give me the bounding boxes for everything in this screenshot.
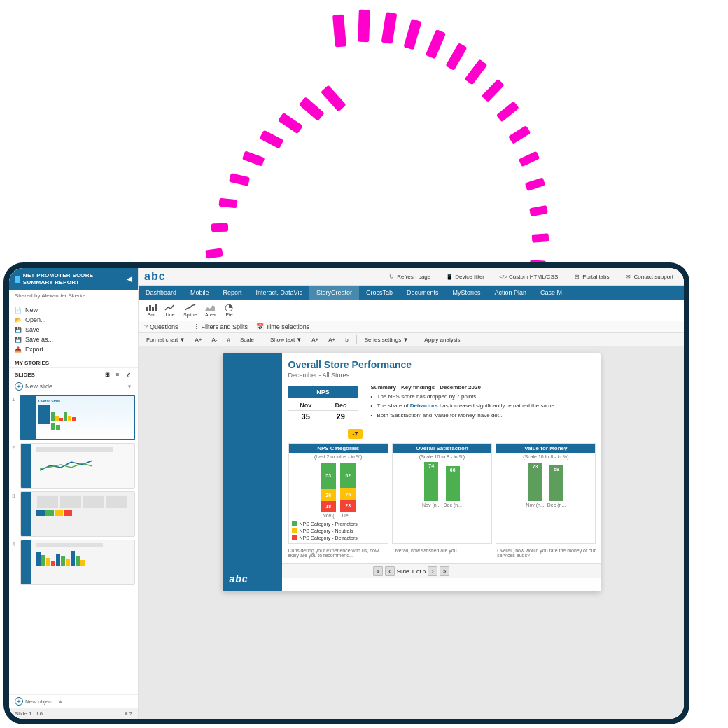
first-page-btn[interactable]: « <box>373 566 383 576</box>
sidebar-menu: 📄 New 📂 Open... 💾 Save 💾 Save as... 📤 <box>9 302 138 357</box>
current-page: 1 <box>412 568 414 575</box>
sidebar-collapse-btn[interactable]: ◀ <box>127 275 132 283</box>
nps-badge-container: -7 <box>288 426 365 439</box>
nav-case-m[interactable]: Case M <box>533 286 569 300</box>
scale-btn[interactable]: Scale <box>237 335 258 344</box>
last-page-btn[interactable]: » <box>440 566 449 576</box>
sidebar-shared-by: Shared by Alexander Skerka <box>9 290 138 302</box>
slide-thumb-4[interactable] <box>20 540 135 585</box>
new-slide-button[interactable]: + New slide ▼ <box>9 381 138 392</box>
slide-item[interactable]: 3 <box>12 491 135 537</box>
font-a-large-btn[interactable]: A+ <box>308 335 322 344</box>
detractors-nov: 18 <box>321 501 336 512</box>
menu-item-save[interactable]: 💾 Save <box>15 325 132 335</box>
bold-btn[interactable]: b <box>342 335 351 344</box>
next-page-btn[interactable]: › <box>428 566 438 576</box>
menu-item-export[interactable]: 📤 Export... <box>15 344 132 354</box>
refresh-label: Refresh page <box>397 274 430 280</box>
nps-table: Nov Dec 35 29 <box>288 400 358 422</box>
custom-html-button[interactable]: </> Custom HTML/CSS <box>495 271 563 282</box>
slide-item[interactable]: 2 <box>12 443 135 489</box>
font-size-down-btn[interactable]: A- <box>209 335 221 344</box>
spline-chart-btn[interactable]: Spline <box>181 302 200 318</box>
nps-header: NPS <box>288 386 358 398</box>
help-icon[interactable]: ? <box>130 710 132 717</box>
area-label: Area <box>205 312 216 317</box>
time-selections-tab[interactable]: 📅 Time selections <box>256 323 309 330</box>
sat-bar-dec: 66 Dec (n... <box>443 466 461 507</box>
stacked-bar-nov: 53 26 18 <box>321 463 336 512</box>
apply-analysis-btn[interactable]: Apply analysis <box>421 335 463 344</box>
nav-storycreator[interactable]: StoryCreator <box>309 286 359 300</box>
line-chart-icon <box>164 303 176 312</box>
prev-page-btn[interactable]: ‹ <box>385 566 395 576</box>
expand-view-btn[interactable]: ⤢ <box>124 370 132 379</box>
svg-rect-34 <box>149 305 151 312</box>
slide-count: Slide 1 of 6 <box>15 710 43 717</box>
slide-item[interactable]: 4 <box>12 540 135 585</box>
portal-tabs-button[interactable]: ⊞ Portal tabs <box>568 271 614 282</box>
questions-tab[interactable]: ? Questions <box>144 323 178 330</box>
svg-marker-37 <box>205 305 215 311</box>
nav-mobile[interactable]: Mobile <box>183 286 216 300</box>
list-view-btn[interactable]: ≡ <box>113 370 122 379</box>
value-title: Value for Money <box>496 444 595 453</box>
new-object-button[interactable]: + New object ▲ <box>9 694 138 708</box>
nav-interact-datavis[interactable]: Interact, DataVis <box>249 286 309 300</box>
summary-text-2: The share of Detractors has increased si… <box>377 402 556 410</box>
refresh-page-button[interactable]: ↻ Refresh page <box>383 271 435 282</box>
font-a-small-btn[interactable]: A+ <box>325 335 339 344</box>
svg-rect-3 <box>403 19 421 50</box>
area-chart-icon <box>204 303 216 312</box>
show-text-btn[interactable]: Show text ▼ <box>267 335 305 344</box>
slide-thumb-3[interactable] <box>20 491 135 537</box>
settings-icon[interactable]: ≡ <box>125 710 128 717</box>
pie-chart-btn[interactable]: Pie <box>220 302 237 318</box>
contact-support-button[interactable]: ✉ Contact support <box>620 271 678 282</box>
nav-dashboard[interactable]: Dashboard <box>139 286 183 300</box>
slide-thumb-2[interactable] <box>20 443 135 489</box>
svg-rect-12 <box>529 205 548 217</box>
nps-categories-title: NPS Categories <box>289 444 388 453</box>
sat-bar-dec-rect: 66 <box>446 466 460 501</box>
format-chart-btn[interactable]: Format chart ▼ <box>143 335 188 344</box>
value-label-nov: Nov (n... <box>526 503 544 507</box>
sidebar-header-icon <box>15 276 20 283</box>
bar-chart-btn[interactable]: Bar <box>143 302 160 318</box>
hash-btn[interactable]: # <box>224 335 234 344</box>
sidebar-title: NET PROMOTER SCORE SUMMARY REPORT <box>23 272 124 286</box>
promoters-nov: 53 <box>321 463 336 489</box>
nav-action-plan[interactable]: Action Plan <box>488 286 534 300</box>
svg-rect-27 <box>229 173 250 186</box>
my-stories-label: MY STORIES <box>9 357 138 368</box>
svg-rect-28 <box>242 150 265 166</box>
line-chart-btn[interactable]: Line <box>162 302 178 318</box>
nav-bar: Dashboard Mobile Report Interact, DataVi… <box>139 286 684 300</box>
nps-widget: NPS Nov Dec 35 29 <box>288 384 365 439</box>
value-bar-nov-rect: 73 <box>528 463 542 501</box>
slide-thumb-1[interactable]: Overall Store <box>20 395 135 440</box>
tablet-frame: NET PROMOTER SCORE SUMMARY REPORT ◀ Shar… <box>4 262 690 724</box>
area-chart-btn[interactable]: Area <box>202 302 218 318</box>
grid-view-btn[interactable]: ⊞ <box>103 370 111 379</box>
new-icon: 📄 <box>15 307 22 314</box>
save-as-icon: 💾 <box>15 336 22 343</box>
summary-title: Summary - Key findings - December 2020 <box>371 384 596 391</box>
slide-item[interactable]: 1 Overall Store <box>12 395 135 440</box>
filters-splits-tab[interactable]: ⋮⋮ Filters and Splits <box>187 323 248 330</box>
series-settings-btn[interactable]: Series settings ▼ <box>361 335 412 344</box>
device-filter-button[interactable]: 📱 Device filter <box>441 271 489 282</box>
nav-report[interactable]: Report <box>216 286 249 300</box>
nav-documents[interactable]: Documents <box>400 286 446 300</box>
slide-status-bar: Slide 1 of 6 ≡ ? <box>9 708 138 719</box>
menu-item-open[interactable]: 📂 Open... <box>15 315 132 325</box>
nav-mystories[interactable]: MyStories <box>446 286 488 300</box>
font-size-up-btn[interactable]: A+ <box>191 335 205 344</box>
new-object-plus-icon: + <box>15 697 23 706</box>
menu-item-save-as[interactable]: 💾 Save as... <box>15 335 132 344</box>
svg-rect-10 <box>519 151 540 167</box>
promoters-dec: 52 <box>340 463 356 488</box>
menu-item-new[interactable]: 📄 New <box>15 305 132 315</box>
bar-chart-icon <box>146 303 157 312</box>
nav-crosstab[interactable]: CrossTab <box>359 286 400 300</box>
